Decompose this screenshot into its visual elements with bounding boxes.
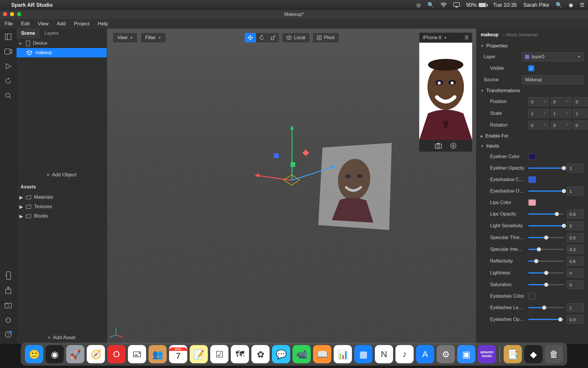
dock-app-notes[interactable]: 📝 <box>190 345 208 363</box>
visible-checkbox[interactable]: ✓ <box>528 65 534 71</box>
status-datetime[interactable]: Tue 10:35 <box>493 2 517 8</box>
slider[interactable] <box>528 225 564 226</box>
slider-value[interactable]: 5 <box>567 221 584 230</box>
dock-app-zoom[interactable]: ▣ <box>457 345 475 363</box>
scale-y[interactable]: 1Y <box>551 109 571 118</box>
search-icon[interactable] <box>4 92 12 100</box>
help-icon[interactable]: ? <box>4 330 12 339</box>
dock-app-launchpad[interactable]: 🚀 <box>66 345 84 363</box>
dock-app-messages[interactable]: 💬 <box>272 345 290 363</box>
video-preview-icon[interactable] <box>4 47 12 56</box>
slider[interactable] <box>528 261 564 262</box>
status-spotlight-small-icon[interactable]: 🔍 <box>427 2 434 8</box>
menu-project[interactable]: Project <box>74 21 90 27</box>
slider[interactable] <box>528 168 564 169</box>
capture-icon[interactable] <box>435 143 442 149</box>
dock-app-ibooks[interactable]: 📖 <box>313 345 331 363</box>
menu-add[interactable]: Add <box>57 21 66 27</box>
status-airplay-icon[interactable] <box>453 2 460 8</box>
bug-icon[interactable] <box>4 316 12 324</box>
status-search-icon[interactable]: 🔍 <box>556 2 562 8</box>
color-swatch[interactable] <box>528 293 536 299</box>
preview-menu-icon[interactable]: ☰ <box>465 35 469 40</box>
color-swatch[interactable] <box>528 153 536 160</box>
slider-value[interactable]: 0.8 <box>567 210 584 218</box>
axis-y[interactable] <box>292 127 293 180</box>
slider[interactable] <box>528 272 564 273</box>
slider-value[interactable]: 0 <box>567 280 584 289</box>
dock-app-stickies[interactable]: 📑 <box>504 345 522 363</box>
section-transformations[interactable]: ▼Transformations <box>477 86 588 96</box>
status-username[interactable]: Sarah Pike <box>523 2 549 8</box>
zoom-window-button[interactable] <box>17 12 21 16</box>
plane-handle-xz[interactable] <box>290 162 295 167</box>
dock-app-itunes[interactable]: ♪ <box>395 345 414 363</box>
dock-app-maps[interactable]: 🗺 <box>231 345 249 363</box>
slider-value[interactable]: 0.3 <box>567 245 584 254</box>
dock-app-calendar[interactable]: APR7 <box>169 345 187 363</box>
position-z[interactable]: 0Z <box>573 97 588 106</box>
preview-device-select[interactable]: iPhone 8 ▼ <box>423 35 447 40</box>
export-icon[interactable] <box>4 286 12 294</box>
dock-app-photos[interactable]: ✿ <box>251 345 270 363</box>
section-enable-for[interactable]: ▶Enable For <box>477 131 588 141</box>
refresh-icon[interactable] <box>4 77 12 85</box>
rotation-y[interactable]: 0Y <box>551 121 571 130</box>
play-icon[interactable] <box>4 62 12 70</box>
dock-app-mail[interactable]: 🖃 <box>128 345 146 363</box>
section-properties[interactable]: ▼Properties <box>477 41 588 51</box>
add-object-button[interactable]: + Add Object <box>16 168 107 181</box>
slider-value[interactable]: 1 <box>567 187 584 195</box>
add-asset-button[interactable]: + Add Asset <box>16 331 107 344</box>
tab-scene[interactable]: Scene <box>16 29 40 39</box>
dock-app-news[interactable]: N <box>375 345 393 363</box>
close-window-button[interactable] <box>3 12 7 16</box>
rotation-z[interactable]: 0Z <box>573 121 588 130</box>
asset-row-textures[interactable]: ▶ Textures <box>16 202 107 211</box>
tree-row-device[interactable]: ▶ Device <box>16 39 107 48</box>
dock-app-reminders[interactable]: ☑ <box>210 345 228 363</box>
viewport[interactable]: View▼ Filter▼ Local Pivot <box>107 29 476 344</box>
filter-dropdown[interactable]: Filter▼ <box>141 33 166 43</box>
asset-row-materials[interactable]: ▶ Materials <box>16 193 107 202</box>
dock-app-amazonmusic[interactable]: amazonmusic <box>478 345 496 363</box>
source-field[interactable]: Makeup <box>522 75 584 84</box>
view-dropdown[interactable]: View▼ <box>113 33 137 43</box>
menu-help[interactable]: Help <box>98 21 108 27</box>
dock-app-safari[interactable]: 🧭 <box>87 345 105 363</box>
tree-row-makeup[interactable]: makeup <box>16 48 107 57</box>
slider[interactable] <box>528 319 564 320</box>
dock-app-siri[interactable]: ◉ <box>46 345 64 363</box>
scale-z[interactable]: 1Z <box>573 109 588 118</box>
scale-tool[interactable] <box>268 33 279 42</box>
pause-record-icon[interactable] <box>450 142 457 149</box>
slider[interactable] <box>528 190 564 192</box>
slider[interactable] <box>528 307 564 308</box>
scale-x[interactable]: 1X <box>528 109 549 118</box>
minimize-window-button[interactable] <box>10 12 14 16</box>
menu-file[interactable]: File <box>5 21 13 27</box>
rotation-x[interactable]: 0X <box>528 121 549 130</box>
library-add-icon[interactable]: + <box>4 301 12 309</box>
slider[interactable] <box>528 213 564 215</box>
status-battery[interactable]: 90% <box>466 2 487 8</box>
dock-app-contacts[interactable]: 👥 <box>148 345 167 363</box>
workspace-icon[interactable] <box>4 33 12 41</box>
menu-edit[interactable]: Edit <box>21 21 29 27</box>
dock-app-facetime[interactable]: 📹 <box>293 345 311 363</box>
dock-app-keynote[interactable]: ▦ <box>354 345 372 363</box>
tab-layers[interactable]: Layers <box>40 29 63 39</box>
dock-app-sparkar[interactable]: ◆ <box>524 345 542 363</box>
menu-view[interactable]: View <box>38 21 49 27</box>
dock-app-finder[interactable]: 🙂 <box>25 345 43 363</box>
status-notification-center-icon[interactable]: ☰ <box>580 2 584 8</box>
slider-value[interactable]: 0.5 <box>567 233 584 242</box>
test-on-device-icon[interactable]: + <box>4 271 12 280</box>
layer-dropdown[interactable]: layer0▼ <box>522 52 584 61</box>
status-siri-icon[interactable]: ◉ <box>569 2 573 8</box>
slider-value[interactable]: 0.9 <box>567 315 584 324</box>
pivot-toggle[interactable]: Pivot <box>313 33 339 43</box>
color-swatch[interactable] <box>528 199 536 206</box>
move-tool[interactable] <box>245 33 256 42</box>
dock-app-appstore[interactable]: A <box>416 345 434 363</box>
